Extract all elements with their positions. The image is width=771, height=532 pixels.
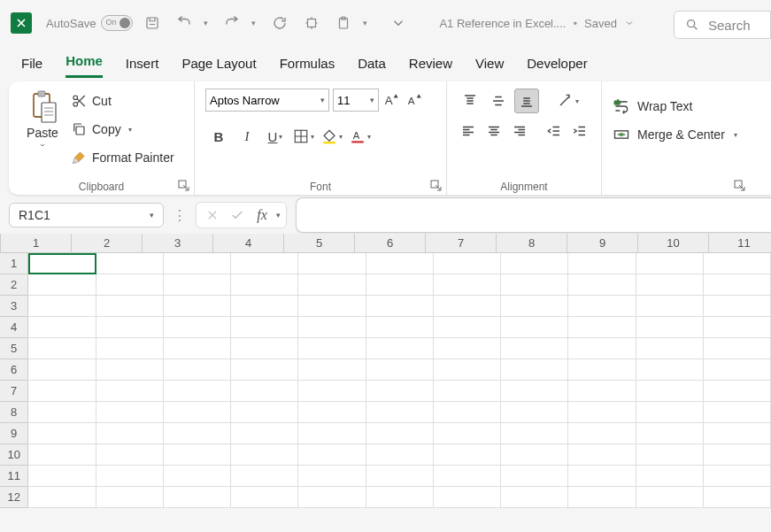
align-center-button[interactable] xyxy=(483,119,505,143)
cell[interactable] xyxy=(636,253,704,274)
chevron-down-icon[interactable]: ▾ xyxy=(128,126,132,134)
tab-formulas[interactable]: Formulas xyxy=(280,56,335,78)
cell[interactable] xyxy=(568,253,636,274)
align-left-button[interactable] xyxy=(458,119,480,143)
cell[interactable] xyxy=(96,381,164,402)
cell[interactable] xyxy=(366,423,434,444)
cell[interactable] xyxy=(434,338,501,359)
cell[interactable] xyxy=(164,317,231,338)
column-header[interactable]: 7 xyxy=(426,234,497,253)
cell[interactable] xyxy=(366,338,434,359)
cell[interactable] xyxy=(164,338,231,359)
cell[interactable] xyxy=(298,296,366,317)
cell[interactable] xyxy=(704,359,771,381)
cell[interactable] xyxy=(96,359,164,381)
column-header[interactable]: 11 xyxy=(709,234,771,253)
cell[interactable] xyxy=(366,487,434,508)
cell[interactable] xyxy=(568,402,636,423)
cell[interactable] xyxy=(231,466,298,487)
row-header[interactable]: 2 xyxy=(0,274,28,296)
cell[interactable] xyxy=(28,317,96,338)
paste-qat-caret-icon[interactable]: ▾ xyxy=(363,19,372,27)
cell[interactable] xyxy=(501,296,568,317)
increase-font-icon[interactable]: A xyxy=(382,89,402,111)
cell[interactable] xyxy=(704,296,771,317)
cell[interactable] xyxy=(501,381,568,402)
cell[interactable] xyxy=(501,317,568,338)
cell[interactable] xyxy=(28,466,96,487)
cell[interactable] xyxy=(568,296,636,317)
cell[interactable] xyxy=(96,338,164,359)
increase-indent-button[interactable] xyxy=(568,119,590,143)
row-header[interactable]: 10 xyxy=(0,444,28,466)
name-box[interactable]: R1C1 ▾ xyxy=(9,203,164,227)
qat-overflow-icon[interactable] xyxy=(386,11,411,35)
cell[interactable] xyxy=(636,274,704,296)
cell[interactable] xyxy=(96,402,164,423)
paste-button[interactable]: Paste xyxy=(19,89,66,195)
row-header[interactable]: 8 xyxy=(0,402,28,423)
cell[interactable] xyxy=(298,487,366,508)
cell[interactable] xyxy=(568,381,636,402)
cell[interactable] xyxy=(28,253,96,274)
format-painter-button[interactable]: Format Painter xyxy=(71,147,174,168)
cell[interactable] xyxy=(164,423,231,444)
cell[interactable] xyxy=(366,274,434,296)
row-header[interactable]: 6 xyxy=(0,359,28,381)
align-bottom-button[interactable] xyxy=(514,89,539,113)
cell[interactable] xyxy=(28,274,96,296)
undo-caret-icon[interactable]: ▾ xyxy=(204,19,212,27)
font-color-button[interactable]: A▾ xyxy=(347,124,374,149)
row-header[interactable]: 9 xyxy=(0,423,28,444)
column-header[interactable]: 2 xyxy=(72,234,143,253)
cell[interactable] xyxy=(434,402,501,423)
cell[interactable] xyxy=(298,253,366,274)
cell[interactable] xyxy=(501,423,568,444)
column-header[interactable]: 10 xyxy=(638,234,709,253)
cell[interactable] xyxy=(96,317,164,338)
cell[interactable] xyxy=(704,338,771,359)
cell[interactable] xyxy=(298,317,366,338)
cell[interactable] xyxy=(501,338,568,359)
fbar-options-icon[interactable]: ⋮ xyxy=(169,204,190,226)
cell[interactable] xyxy=(501,487,568,508)
cell[interactable] xyxy=(96,274,164,296)
wrap-text-button[interactable]: ab Wrap Text xyxy=(613,92,737,120)
undo-icon[interactable] xyxy=(172,11,197,35)
cell[interactable] xyxy=(366,402,434,423)
cell[interactable] xyxy=(164,296,231,317)
cell[interactable] xyxy=(568,338,636,359)
cell[interactable] xyxy=(636,487,704,508)
cell[interactable] xyxy=(164,253,231,274)
font-name-select[interactable]: Aptos Narrow▾ xyxy=(205,89,329,112)
cell[interactable] xyxy=(96,423,164,444)
merge-center-button[interactable]: Merge & Center ▾ xyxy=(613,120,737,149)
cell[interactable] xyxy=(28,402,96,423)
bold-button[interactable]: B xyxy=(205,124,232,149)
tab-data[interactable]: Data xyxy=(358,56,386,78)
font-size-select[interactable]: 11▾ xyxy=(333,89,379,112)
cell[interactable] xyxy=(164,466,231,487)
chevron-down-icon[interactable]: ▾ xyxy=(276,211,281,220)
cell[interactable] xyxy=(28,487,96,508)
cell[interactable] xyxy=(704,274,771,296)
font-launcher-icon[interactable] xyxy=(430,180,443,192)
tab-view[interactable]: View xyxy=(475,56,504,78)
cell[interactable] xyxy=(434,359,501,381)
cell[interactable] xyxy=(164,444,231,466)
cell[interactable] xyxy=(568,317,636,338)
cell[interactable] xyxy=(434,487,501,508)
cell[interactable] xyxy=(366,466,434,487)
cell[interactable] xyxy=(636,466,704,487)
decrease-indent-button[interactable] xyxy=(543,119,565,143)
cell[interactable] xyxy=(366,317,434,338)
cell[interactable] xyxy=(636,402,704,423)
cell[interactable] xyxy=(164,274,231,296)
paste-qat-icon[interactable] xyxy=(331,11,356,35)
cell[interactable] xyxy=(231,359,298,381)
cell[interactable] xyxy=(298,423,366,444)
redo-icon[interactable] xyxy=(220,11,244,35)
column-header[interactable]: 1 xyxy=(1,234,72,253)
redo-caret-icon[interactable]: ▾ xyxy=(251,19,260,27)
cell[interactable] xyxy=(636,296,704,317)
